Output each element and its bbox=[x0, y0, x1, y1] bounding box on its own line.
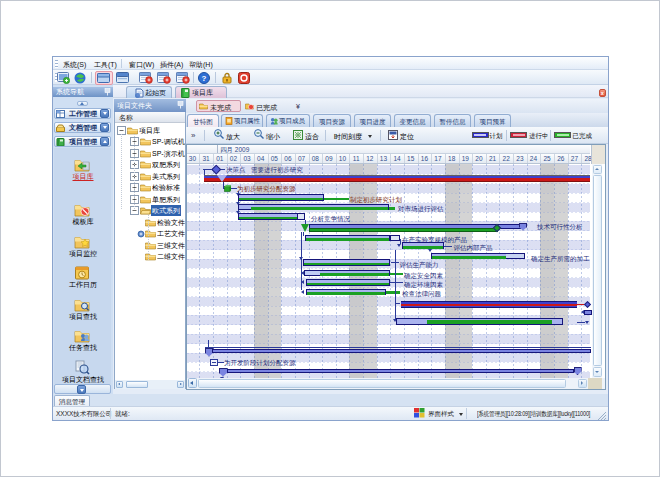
svg-text:?: ? bbox=[202, 74, 207, 83]
